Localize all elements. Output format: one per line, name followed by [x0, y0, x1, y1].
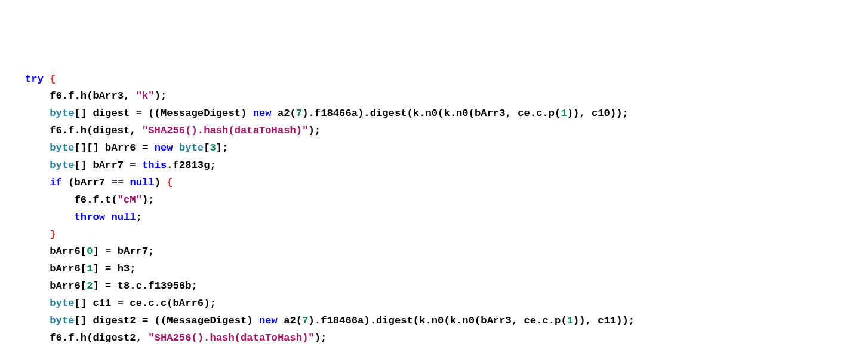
code-line-12: bArr6[1] = h3;	[25, 261, 868, 278]
code-line-9: throw null;	[25, 209, 868, 226]
code-line-16: f6.f.h(digest2, "SHA256().hash(dataToHas…	[25, 330, 868, 347]
code-line-8: f6.f.t("cM");	[25, 192, 868, 209]
keyword-try: try	[25, 74, 44, 85]
code-line-5: byte[][] bArr6 = new byte[3];	[25, 140, 868, 157]
code-line-10: }	[25, 226, 868, 244]
brace-open: {	[50, 74, 56, 85]
code-line-11: bArr6[0] = bArr7;	[25, 243, 868, 261]
code-line-13: bArr6[2] = t8.c.f13956b;	[25, 278, 868, 295]
code-line-14: byte[] c11 = ce.c.c(bArr6);	[25, 295, 868, 313]
code-block: try { f6.f.h(bArr3, "k"); byte[] digest …	[0, 69, 868, 349]
code-line-2: f6.f.h(bArr3, "k");	[25, 88, 868, 105]
code-line-15: byte[] digest2 = ((MessageDigest) new a2…	[25, 313, 868, 330]
code-line-6: byte[] bArr7 = this.f2813g;	[25, 157, 868, 174]
code-line-1: try {	[25, 71, 868, 88]
code-line-7: if (bArr7 == null) {	[25, 174, 868, 192]
code-line-3: byte[] digest = ((MessageDigest) new a2(…	[25, 105, 868, 123]
code-line-4: f6.f.h(digest, "SHA256().hash(dataToHash…	[25, 123, 868, 140]
